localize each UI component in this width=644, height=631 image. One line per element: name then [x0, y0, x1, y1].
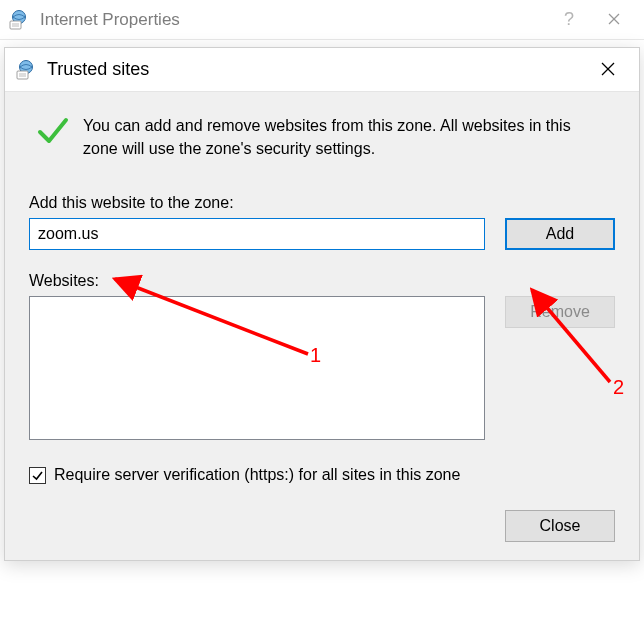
trusted-sites-icon — [15, 59, 37, 81]
parent-window-titlebar: Internet Properties ? — [0, 0, 644, 40]
trusted-sites-dialog: Trusted sites You can add and remove web… — [4, 47, 640, 561]
parent-window-title: Internet Properties — [40, 10, 180, 30]
checkbox-box[interactable] — [29, 467, 46, 484]
add-website-label: Add this website to the zone: — [29, 194, 615, 212]
svg-rect-7 — [17, 71, 28, 79]
require-https-checkbox[interactable]: Require server verification (https:) for… — [29, 466, 615, 484]
checkmark-icon — [29, 114, 77, 148]
close-button[interactable]: Close — [505, 510, 615, 542]
parent-close-button[interactable] — [592, 9, 636, 30]
intro-text: You can add and remove websites from thi… — [77, 114, 615, 160]
dialog-title: Trusted sites — [47, 59, 149, 80]
add-button[interactable]: Add — [505, 218, 615, 250]
websites-label: Websites: — [29, 272, 615, 290]
svg-rect-1 — [10, 21, 21, 29]
checkbox-label: Require server verification (https:) for… — [54, 466, 460, 484]
internet-options-icon — [8, 9, 30, 31]
website-input[interactable] — [29, 218, 485, 250]
dialog-titlebar: Trusted sites — [5, 48, 639, 92]
help-icon[interactable]: ? — [546, 9, 592, 30]
websites-listbox[interactable] — [29, 296, 485, 440]
remove-button: Remove — [505, 296, 615, 328]
dialog-close-button[interactable] — [585, 53, 631, 87]
